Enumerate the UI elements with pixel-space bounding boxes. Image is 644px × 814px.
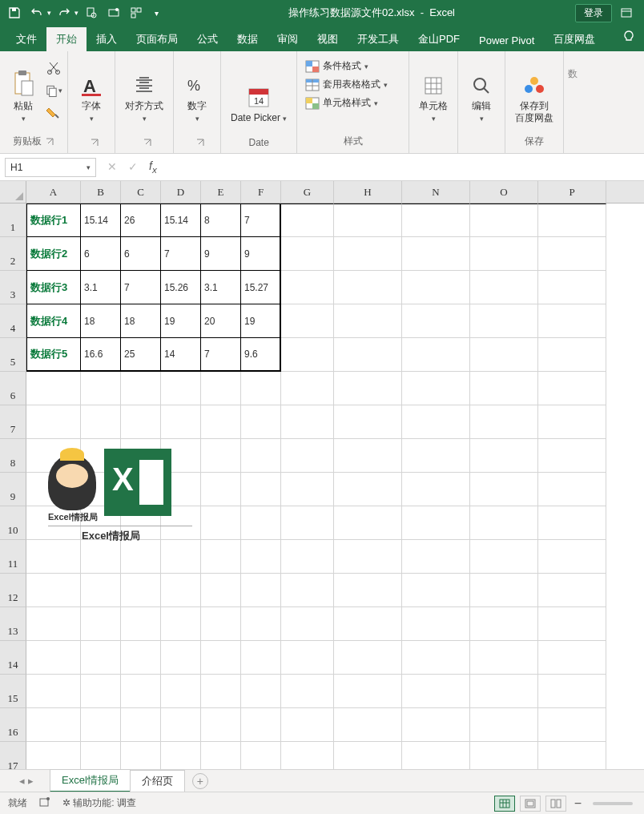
cell-E13[interactable] <box>201 607 241 641</box>
cell-N8[interactable] <box>402 439 470 473</box>
cell-D15[interactable] <box>161 675 201 708</box>
cell-G6[interactable] <box>281 372 334 405</box>
cell-G8[interactable] <box>281 439 334 473</box>
clipboard-launcher-icon[interactable] <box>45 137 54 147</box>
cell-E6[interactable] <box>201 372 241 405</box>
cell-E1[interactable]: 8 <box>201 204 241 237</box>
cell-F4[interactable]: 19 <box>241 304 281 338</box>
cell-G9[interactable] <box>281 473 334 506</box>
baidu-save-button[interactable]: 保存到 百度网盘 <box>510 54 558 127</box>
cell-O2[interactable] <box>470 237 538 271</box>
cell-C2[interactable]: 6 <box>121 237 161 271</box>
zoom-slider[interactable] <box>593 802 633 805</box>
cell-O11[interactable] <box>470 540 538 574</box>
cell-C3[interactable]: 7 <box>121 271 161 304</box>
cell-F10[interactable] <box>241 506 281 540</box>
cell-O4[interactable] <box>470 304 538 338</box>
addon-icon[interactable] <box>104 3 123 22</box>
cell-E16[interactable] <box>201 708 241 742</box>
cell-O12[interactable] <box>470 574 538 607</box>
cell-B1[interactable]: 15.14 <box>81 204 121 237</box>
cell-P14[interactable] <box>538 641 606 675</box>
cell-G15[interactable] <box>281 675 334 708</box>
col-header-A[interactable]: A <box>26 181 81 203</box>
cell-E14[interactable] <box>201 641 241 675</box>
cell-C11[interactable] <box>121 540 161 574</box>
cell-E5[interactable]: 7 <box>201 338 241 372</box>
col-header-G[interactable]: G <box>281 181 334 203</box>
cell-G11[interactable] <box>281 540 334 574</box>
paste-button[interactable]: 粘贴▾ <box>5 54 42 127</box>
row-header-12[interactable]: 12 <box>0 574 26 607</box>
cell-H15[interactable] <box>334 675 402 708</box>
cell-C13[interactable] <box>121 607 161 641</box>
cell-P15[interactable] <box>538 675 606 708</box>
tab-view[interactable]: 视图 <box>308 27 348 51</box>
cell-E17[interactable] <box>201 742 241 769</box>
cell-H12[interactable] <box>334 574 402 607</box>
font-launcher-icon[interactable] <box>90 138 99 147</box>
cell-G1[interactable] <box>281 204 334 237</box>
cell-O13[interactable] <box>470 607 538 641</box>
cell-B3[interactable]: 3.1 <box>81 271 121 304</box>
cell-G3[interactable] <box>281 271 334 304</box>
cell-E10[interactable] <box>201 506 241 540</box>
col-header-E[interactable]: E <box>201 181 241 203</box>
col-header-H[interactable]: H <box>334 181 402 203</box>
cell-F2[interactable]: 9 <box>241 237 281 271</box>
cell-O8[interactable] <box>470 439 538 473</box>
cell-P6[interactable] <box>538 372 606 405</box>
cell-N17[interactable] <box>402 742 470 769</box>
cell-A16[interactable] <box>26 708 81 742</box>
cell-P5[interactable] <box>538 338 606 372</box>
tab-file[interactable]: 文件 <box>6 27 46 51</box>
cell-H16[interactable] <box>334 708 402 742</box>
cell-G10[interactable] <box>281 506 334 540</box>
cell-E15[interactable] <box>201 675 241 708</box>
cell-N15[interactable] <box>402 675 470 708</box>
cell-E11[interactable] <box>201 540 241 574</box>
fx-icon[interactable]: fx <box>149 159 157 175</box>
cell-P16[interactable] <box>538 708 606 742</box>
cell-H2[interactable] <box>334 237 402 271</box>
cell-style-button[interactable]: 单元格样式 ▾ <box>302 96 391 110</box>
cell-A17[interactable] <box>26 742 81 769</box>
cell-F16[interactable] <box>241 708 281 742</box>
cell-G14[interactable] <box>281 641 334 675</box>
cell-A1[interactable]: 数据行1 <box>26 204 81 237</box>
cell-E12[interactable] <box>201 574 241 607</box>
row-header-10[interactable]: 10 <box>0 506 26 540</box>
cell-O15[interactable] <box>470 675 538 708</box>
cell-C1[interactable]: 26 <box>121 204 161 237</box>
cell-F11[interactable] <box>241 540 281 574</box>
cell-B11[interactable] <box>81 540 121 574</box>
cell-F6[interactable] <box>241 372 281 405</box>
col-header-D[interactable]: D <box>161 181 201 203</box>
tab-data[interactable]: 数据 <box>227 27 268 51</box>
cell-C7[interactable] <box>121 405 161 439</box>
cell-C15[interactable] <box>121 675 161 708</box>
row-header-6[interactable]: 6 <box>0 372 26 405</box>
cell-P4[interactable] <box>538 304 606 338</box>
cell-H1[interactable] <box>334 204 402 237</box>
cell-F3[interactable]: 15.27 <box>241 271 281 304</box>
cell-P11[interactable] <box>538 540 606 574</box>
sheet-next-icon[interactable]: ▸ <box>28 775 34 787</box>
cell-B12[interactable] <box>81 574 121 607</box>
overflow-indicator[interactable]: 数 <box>566 54 579 61</box>
row-header-17[interactable]: 17 <box>0 742 26 769</box>
cell-B4[interactable]: 18 <box>81 304 121 338</box>
row-header-5[interactable]: 5 <box>0 338 26 372</box>
cell-F1[interactable]: 7 <box>241 204 281 237</box>
row-header-9[interactable]: 9 <box>0 473 26 506</box>
cell-F17[interactable] <box>241 742 281 769</box>
cell-E7[interactable] <box>201 405 241 439</box>
number-button[interactable]: %数字▾ <box>179 54 215 127</box>
cell-E3[interactable]: 3.1 <box>201 271 241 304</box>
cell-P13[interactable] <box>538 607 606 641</box>
macro-record-icon[interactable] <box>38 796 51 811</box>
sheet-tab-2[interactable]: 介绍页 <box>130 770 185 792</box>
view-normal-icon[interactable] <box>494 796 515 812</box>
cell-G16[interactable] <box>281 708 334 742</box>
add-sheet-button[interactable]: + <box>192 773 208 789</box>
